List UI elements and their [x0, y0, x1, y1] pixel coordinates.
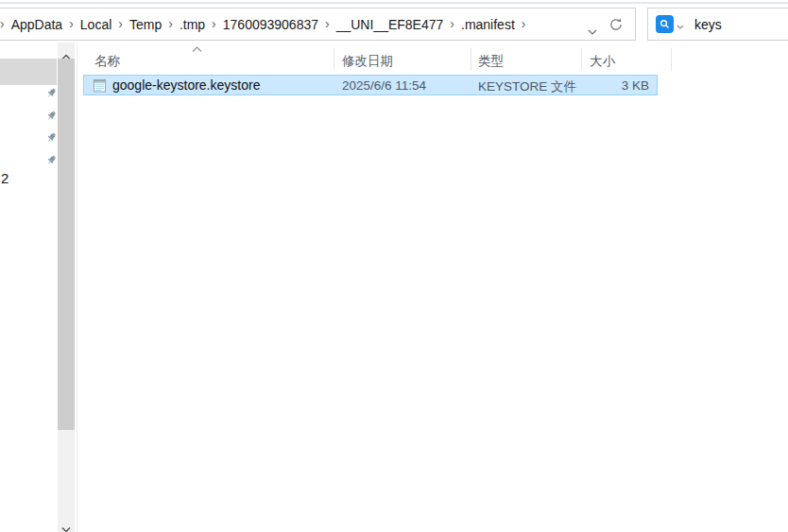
nav-item-partial-label[interactable]: 2	[1, 170, 9, 186]
breadcrumb-item-1760093906837[interactable]: 1760093906837	[217, 17, 324, 32]
breadcrumb-item-local[interactable]: Local	[75, 17, 117, 32]
refresh-icon[interactable]	[608, 17, 624, 36]
file-name: google-keystore.keystore	[112, 77, 260, 93]
file-row-selected[interactable]: google-keystore.keystore 2025/6/6 11:54 …	[83, 75, 658, 95]
scrollbar-up-arrow-icon[interactable]	[61, 47, 71, 54]
column-header-type[interactable]: 类型	[478, 53, 504, 70]
file-generic-icon	[93, 77, 108, 96]
address-dropdown-chevron-icon[interactable]	[588, 22, 597, 39]
scrollbar-thumb[interactable]	[58, 59, 75, 430]
scrollbar-down-arrow-icon[interactable]	[61, 520, 71, 526]
pane-separator	[77, 43, 77, 532]
file-explorer-window: › AppData › Local › Temp › .tmp › 176009…	[0, 0, 788, 532]
pin-icon[interactable]	[44, 131, 58, 145]
breadcrumb-chevron-icon: ›	[521, 17, 527, 31]
file-type: KEYSTORE 文件	[478, 78, 576, 95]
pin-icon[interactable]	[44, 154, 58, 167]
column-separator[interactable]	[581, 48, 582, 71]
pin-icon[interactable]	[44, 110, 58, 123]
breadcrumb-chevron-icon: ›	[324, 17, 331, 31]
breadcrumb: › AppData › Local › Temp › .tmp › 176009…	[0, 17, 526, 32]
breadcrumb-chevron-icon: ›	[211, 17, 217, 31]
address-bar[interactable]: › AppData › Local › Temp › .tmp › 176009…	[0, 8, 636, 41]
breadcrumb-chevron-icon: ›	[117, 17, 124, 31]
breadcrumb-item-appdata[interactable]: AppData	[6, 17, 68, 32]
column-separator[interactable]	[671, 48, 672, 71]
column-separator[interactable]	[471, 48, 471, 71]
search-box[interactable]: keys	[647, 8, 788, 41]
file-date-modified: 2025/6/6 11:54	[342, 78, 426, 93]
nav-scrollbar[interactable]	[58, 43, 75, 532]
column-header-size[interactable]: 大小	[590, 53, 615, 70]
breadcrumb-item-uni-ef8e477[interactable]: __UNI__EF8E477	[331, 17, 450, 32]
pin-icon[interactable]	[44, 87, 58, 100]
file-size: 3 KB	[622, 78, 649, 93]
breadcrumb-chevron-icon: ›	[449, 17, 455, 31]
search-filter-icon[interactable]	[656, 15, 674, 33]
column-separator[interactable]	[334, 48, 334, 71]
column-header-name[interactable]: 名称	[94, 53, 120, 70]
sort-ascending-icon	[192, 42, 202, 56]
breadcrumb-item-manifest[interactable]: .manifest	[455, 17, 521, 32]
file-list-header: 名称 修改日期 类型 大小	[83, 45, 673, 74]
breadcrumb-item-temp[interactable]: Temp	[124, 17, 167, 32]
breadcrumb-chevron-icon: ›	[167, 17, 174, 31]
search-input[interactable]: keys	[694, 17, 722, 32]
breadcrumb-chevron-icon: ›	[0, 17, 6, 31]
column-header-date-modified[interactable]: 修改日期	[342, 53, 393, 70]
breadcrumb-item-tmp[interactable]: .tmp	[174, 17, 211, 32]
breadcrumb-chevron-icon: ›	[68, 17, 75, 31]
titlebar-accent-line	[0, 2, 788, 4]
search-chevron-down-icon[interactable]	[677, 16, 684, 33]
nav-selected-item[interactable]	[0, 59, 57, 85]
